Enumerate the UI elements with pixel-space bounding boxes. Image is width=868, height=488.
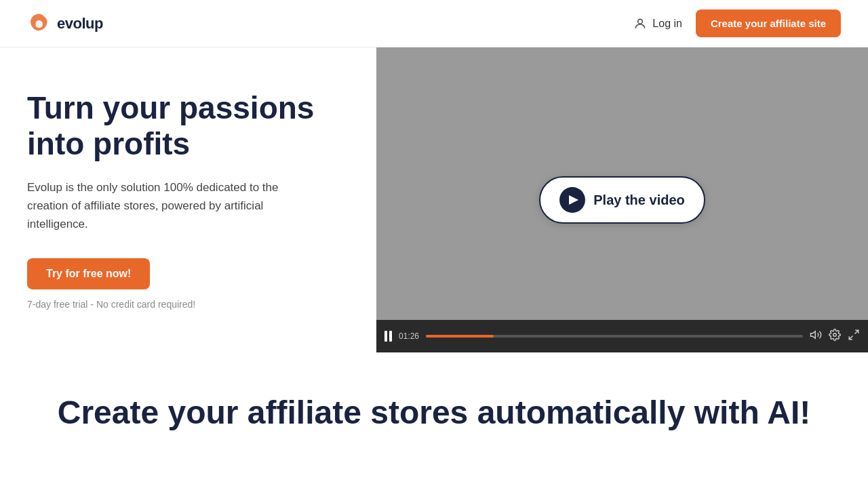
volume-icon[interactable]	[810, 329, 822, 344]
bottom-section: Create your affiliate stores automatical…	[0, 352, 868, 460]
login-button[interactable]: Log in	[633, 17, 682, 30]
hero-section: Turn your passions into profits Evolup i…	[0, 47, 868, 352]
video-progress-track[interactable]	[426, 335, 803, 338]
svg-line-3	[855, 330, 859, 333]
evolup-logo-icon	[27, 12, 52, 36]
login-label: Log in	[652, 18, 682, 30]
svg-point-0	[638, 19, 643, 24]
video-progress-fill	[426, 335, 494, 338]
user-icon	[633, 17, 647, 30]
play-video-label: Play the video	[593, 192, 685, 208]
play-circle-icon	[559, 187, 585, 213]
hero-title: Turn your passions into profits	[27, 90, 349, 162]
svg-point-2	[833, 333, 837, 337]
logo[interactable]: evolup	[27, 12, 103, 36]
pause-bar-right	[389, 331, 392, 342]
create-affiliate-site-button[interactable]: Create your affiliate site	[696, 9, 841, 37]
hero-left-content: Turn your passions into profits Evolup i…	[0, 47, 376, 352]
svg-marker-1	[811, 331, 816, 339]
pause-button[interactable]	[384, 331, 392, 342]
fullscreen-icon[interactable]	[848, 329, 860, 344]
nav-right: Log in Create your affiliate site	[633, 9, 841, 37]
play-video-button[interactable]: Play the video	[539, 176, 705, 224]
pause-bar-left	[384, 331, 387, 342]
logo-text: evolup	[57, 15, 103, 33]
video-overlay: Play the video	[376, 47, 868, 352]
try-free-button[interactable]: Try for free now!	[27, 258, 150, 289]
settings-icon[interactable]	[829, 329, 841, 344]
video-panel: Play the video 01:26	[376, 47, 868, 352]
svg-line-4	[849, 336, 852, 340]
trial-info-text: 7-day free trial - No credit card requir…	[27, 299, 349, 310]
video-timestamp: 01:26	[399, 331, 419, 341]
hero-subtitle: Evolup is the only solution 100% dedicat…	[27, 178, 319, 234]
bottom-title: Create your affiliate stores automatical…	[27, 393, 841, 432]
video-controls-bar: 01:26	[376, 320, 868, 352]
site-header: evolup Log in Create your affiliate site	[0, 0, 868, 47]
play-triangle-icon	[569, 195, 578, 205]
